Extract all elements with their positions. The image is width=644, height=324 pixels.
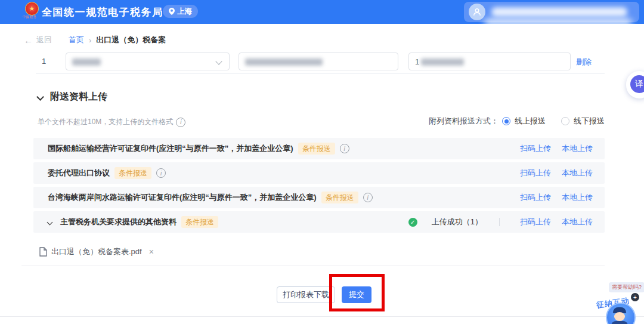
logo-caption: 中国税务 <box>23 14 37 19</box>
local-upload-link[interactable]: 本地上传 <box>562 217 593 227</box>
card-bottom-border <box>21 265 605 266</box>
info-icon[interactable]: i <box>156 168 166 178</box>
location-badge[interactable]: 上海 <box>163 5 198 18</box>
local-upload-link[interactable]: 本地上传 <box>562 168 593 178</box>
file-name: 出口退（免）税备案表.pdf <box>51 246 142 257</box>
row-index: 1 <box>42 57 46 66</box>
assistant-plus-icon[interactable]: + <box>631 293 639 301</box>
radio-dot <box>504 119 509 124</box>
remove-file-icon[interactable]: × <box>149 247 154 257</box>
app-title: 全国统一规范电子税务局 <box>42 5 163 19</box>
masked-input-value <box>421 58 464 66</box>
doc-extra-input[interactable]: 1 <box>408 53 571 70</box>
page-bottom-border <box>0 316 644 317</box>
user-name-blurred <box>491 7 627 17</box>
scan-upload-link[interactable]: 扫码上传 <box>520 143 551 154</box>
masked-input-value <box>245 58 323 66</box>
document-name: 委托代理出口协议 <box>48 168 110 178</box>
local-upload-link[interactable]: 本地上传 <box>562 143 593 154</box>
back-link[interactable]: ← 返回 <box>24 35 52 45</box>
back-label: 返回 <box>36 35 52 45</box>
print-report-button[interactable]: 打印报表下载 <box>277 286 335 303</box>
document-name: 台湾海峡两岸间水路运输许可证复印件(应注明“与原件一致”，并加盖企业公章) <box>48 192 317 203</box>
attached-file: 出口退（免）税备案表.pdf × <box>39 246 154 257</box>
mode-offline-label: 线下报送 <box>574 116 605 126</box>
mode-online-label: 线上报送 <box>515 116 546 126</box>
upload-success-icon: ✓ <box>408 218 417 227</box>
upload-hint-text: 单个文件不超过10M，支持上传的文件格式 <box>38 117 173 127</box>
section-chevron-down-icon[interactable] <box>36 93 44 101</box>
breadcrumb: ← 返回 首页 › 出口退（免）税备案 <box>24 35 166 45</box>
assistant-avatar[interactable] <box>606 303 636 324</box>
submit-mode-group: 附列资料报送方式： 线上报送 线下报送 <box>429 116 605 126</box>
submit-button[interactable]: 提交 <box>342 286 371 303</box>
upload-hint: 单个文件不超过10M，支持上传的文件格式 i <box>38 117 185 127</box>
expand-chevron-icon[interactable] <box>47 219 53 225</box>
location-label: 上海 <box>177 7 192 17</box>
chevron-down-icon <box>215 58 222 64</box>
back-arrow-icon: ← <box>24 35 33 45</box>
breadcrumb-separator-icon: › <box>89 36 91 45</box>
scan-upload-link[interactable]: 扫码上传 <box>520 192 551 203</box>
conditional-badge: 条件报送 <box>181 216 218 228</box>
file-icon <box>39 247 47 257</box>
table-row: 台湾海峡两岸间水路运输许可证复印件(应注明“与原件一致”，并加盖企业公章) 条件… <box>33 187 605 208</box>
tax-emblem-icon: ★ <box>25 2 39 16</box>
emblem-star-icon: ★ <box>29 5 35 12</box>
document-name: 国际船舶运输经营许可证复印件(应注明“与原件一致”，并加盖企业公章) <box>48 143 293 154</box>
avatar-face <box>614 312 625 321</box>
doc-type-select[interactable] <box>66 53 230 70</box>
info-icon[interactable]: i <box>176 118 185 127</box>
local-upload-link[interactable]: 本地上传 <box>562 192 593 203</box>
table-row: 主管税务机关要求提供的其他资料 条件报送 ✓ 上传成功（1） 扫码上传 本地上传 <box>33 211 605 233</box>
assistant-help-bubble[interactable]: 需要帮助吗? <box>609 282 644 292</box>
vertical-divider <box>499 218 500 226</box>
mode-label: 附列资料报送方式： <box>429 116 499 126</box>
section-divider <box>36 73 605 74</box>
table-row: 委托代理出口协议 条件报送 i 扫码上传 本地上传 <box>33 162 605 184</box>
conditional-badge: 条件报送 <box>114 167 151 179</box>
conditional-badge: 条件报送 <box>321 192 358 203</box>
table-row: 国际船舶运输经营许可证复印件(应注明“与原件一致”，并加盖企业公章) 条件报送 … <box>33 138 605 159</box>
radio-online[interactable] <box>502 117 510 125</box>
scan-upload-link[interactable]: 扫码上传 <box>520 168 551 178</box>
breadcrumb-home[interactable]: 首页 <box>69 35 84 45</box>
info-icon[interactable]: i <box>363 193 373 202</box>
info-icon[interactable]: i <box>340 144 349 153</box>
upload-status: 上传成功（1） <box>432 217 482 227</box>
input-value-prefix: 1 <box>415 57 419 66</box>
section-title: 附送资料上传 <box>50 91 107 103</box>
scan-upload-link[interactable]: 扫码上传 <box>520 217 551 227</box>
masked-select-value <box>72 58 101 66</box>
user-chip-blur-bleed <box>484 19 632 26</box>
person-icon <box>472 7 482 17</box>
delete-link[interactable]: 删除 <box>576 57 592 67</box>
translate-button[interactable]: 译 <box>630 75 644 93</box>
document-name: 主管税务机关要求提供的其他资料 <box>60 217 177 227</box>
user-avatar <box>469 4 485 20</box>
radio-offline[interactable] <box>561 117 569 125</box>
conditional-badge: 条件报送 <box>298 143 335 155</box>
breadcrumb-current: 出口退（免）税备案 <box>96 35 166 45</box>
doc-number-input[interactable] <box>239 53 398 70</box>
location-pin-icon <box>169 8 175 15</box>
avatar-body <box>611 321 628 324</box>
